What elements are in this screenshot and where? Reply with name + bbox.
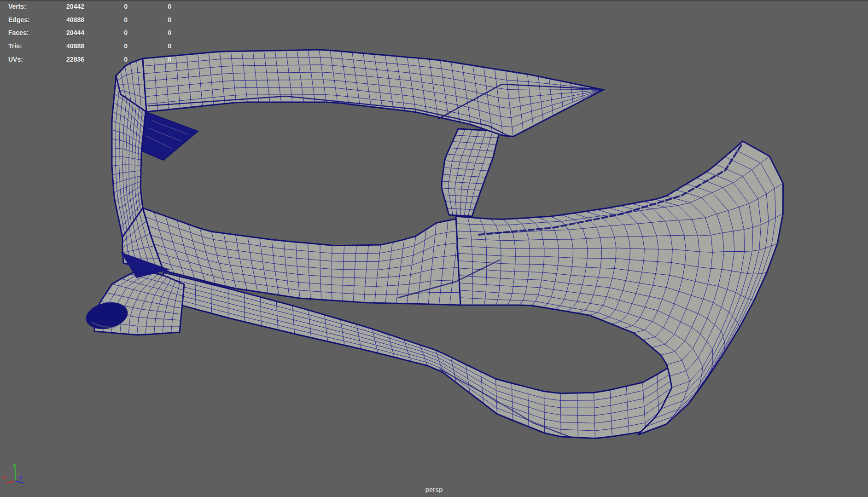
mesh-geometry (142, 112, 198, 160)
hud-value-total: 20442 (45, 2, 84, 11)
hud-row-verts: Verts: 20442 0 0 (0, 2, 193, 11)
hud-label: Faces: (8, 29, 45, 37)
hud-value-selected: 0 (105, 16, 128, 24)
y-axis-label: y (13, 462, 17, 468)
hud-value-total: 22836 (45, 55, 84, 64)
hud-label: Verts: (8, 2, 45, 11)
hud-value-selected: 0 (105, 42, 128, 50)
hud-value-total: 40888 (45, 16, 84, 24)
hud-label: Tris: (8, 42, 45, 50)
hud-label: UVs: (8, 55, 45, 64)
hud-row-edges: Edges: 40888 0 0 (0, 16, 193, 24)
hud-value-selected: 0 (105, 55, 128, 64)
hud-value-extra: 0 (148, 42, 171, 50)
wireframe-mesh-canvas[interactable] (0, 0, 868, 497)
z-axis-label: z (19, 474, 23, 480)
hud-value-total: 40888 (45, 42, 84, 50)
z-axis-line (15, 481, 23, 483)
hud-value-extra: 0 (148, 29, 171, 37)
hud-row-faces: Faces: 20444 0 0 (0, 29, 193, 37)
camera-name-label: persp (0, 486, 868, 493)
x-axis-label: x (3, 474, 6, 480)
hud-label: Edges: (8, 16, 45, 24)
x-axis-line (6, 481, 15, 483)
viewport-3d[interactable]: Verts: 20442 0 0 Edges: 40888 0 0 Faces:… (0, 0, 868, 497)
hud-value-selected: 0 (105, 2, 128, 11)
hud-row-uvs: UVs: 22836 0 0 (0, 55, 193, 64)
hud-value-extra: 0 (148, 16, 171, 24)
hud-value-selected: 0 (105, 29, 128, 37)
hud-value-total: 20444 (45, 29, 84, 37)
hud-value-extra: 0 (148, 2, 171, 11)
poly-count-hud: Verts: 20442 0 0 Edges: 40888 0 0 Faces:… (0, 0, 193, 69)
hud-value-extra: 0 (148, 55, 171, 64)
mesh-geometry (143, 50, 603, 137)
hud-row-tris: Tris: 40888 0 0 (0, 42, 193, 50)
